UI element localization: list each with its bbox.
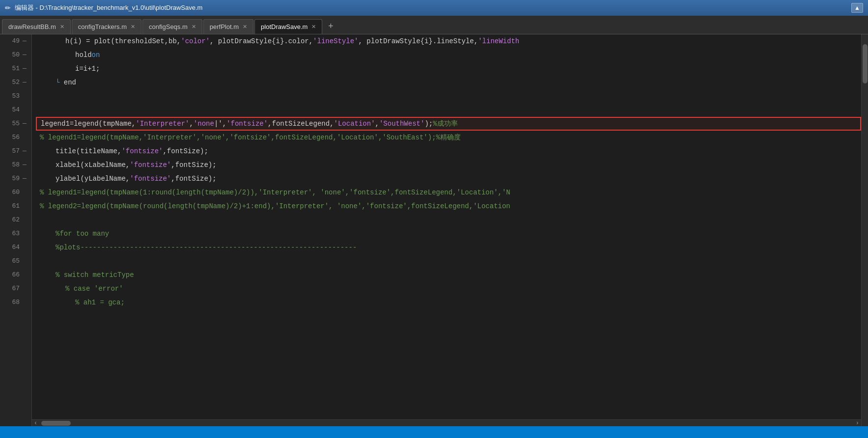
code-line-59: ylabel(yLabelName,'fontsize',fontSize);: [36, 172, 861, 186]
code-line-52: └ end: [36, 76, 861, 89]
line-row-67: 67: [4, 282, 28, 296]
horizontal-scrollbar[interactable]: ‹ ›: [32, 419, 861, 426]
code-line-56: % legend1=legend(tmpName,'Interpreter','…: [36, 131, 861, 144]
editor-icon: ✏: [5, 4, 11, 12]
add-tab-button[interactable]: +: [323, 19, 338, 34]
tab-close-configSeqs[interactable]: ✕: [192, 24, 196, 30]
line-row-57: 57 —: [4, 144, 28, 158]
code-line-64: %plots----------------------------------…: [36, 241, 861, 254]
code-line-50: hold on: [36, 48, 861, 62]
tab-close-drawResultBB[interactable]: ✕: [60, 24, 64, 30]
line-row-50: 50 —: [4, 48, 28, 62]
vertical-scrollbar[interactable]: [861, 34, 868, 426]
scroll-left-arrow[interactable]: ‹: [32, 420, 39, 427]
code-line-67: % case 'error': [36, 282, 861, 296]
line-row-51: 51 —: [4, 62, 28, 76]
tab-perfPlot[interactable]: perfPlot.m ✕: [203, 19, 253, 34]
code-line-51: i=i+1;: [36, 62, 861, 76]
code-line-58: xlabel(xLabelName,'fontsize',fontSize);: [36, 158, 861, 172]
code-line-61: % legend2=legend(tmpName(round(length(tm…: [36, 199, 861, 213]
code-content[interactable]: h(i) = plot(thresholdSet,bb,'color', plo…: [32, 34, 861, 426]
tab-bar: drawResultBB.m ✕ configTrackers.m ✕ conf…: [0, 16, 868, 34]
line-row-54: 54: [4, 103, 28, 117]
scroll-right-arrow[interactable]: ›: [854, 420, 861, 427]
line-row-60: 60: [4, 186, 28, 199]
title-bar: ✏ 编辑器 - D:\Tracking\tracker_benchmark_v1…: [0, 0, 868, 16]
line-row-58: 58 —: [4, 158, 28, 172]
line-row-66: 66: [4, 268, 28, 282]
line-row-55: 55 —: [4, 117, 28, 131]
line-row-56: 56: [4, 131, 28, 144]
h-scrollbar-thumb[interactable]: [41, 421, 71, 426]
line-row-61: 61: [4, 199, 28, 213]
line-row-68: 68: [4, 296, 28, 309]
editor: 49 — 50 — 51 — 52 — 53 54 55 —: [0, 34, 868, 426]
tab-close-perfPlot[interactable]: ✕: [243, 24, 247, 30]
line-row-53: 53: [4, 89, 28, 103]
status-bar: [0, 426, 868, 438]
code-line-60: % legend1=legend(tmpName(1:round(length(…: [36, 186, 861, 199]
line-row-62: 62: [4, 213, 28, 227]
code-line-63: %for too many: [36, 227, 861, 241]
scrollbar-thumb[interactable]: [863, 44, 868, 83]
tab-drawResultBB[interactable]: drawResultBB.m ✕: [2, 19, 71, 34]
line-row-52: 52 —: [4, 76, 28, 89]
line-row-65: 65: [4, 254, 28, 268]
line-row-63: 63: [4, 227, 28, 241]
line-numbers-gutter: 49 — 50 — 51 — 52 — 53 54 55 —: [0, 34, 32, 426]
code-line-49: h(i) = plot(thresholdSet,bb,'color', plo…: [36, 34, 861, 48]
title-text: 编辑器 - D:\Tracking\tracker_benchmark_v1.0…: [15, 3, 202, 12]
code-line-66: % switch metricType: [36, 268, 861, 282]
code-line-57: title(titleName,'fontsize',fontSize);: [36, 144, 861, 158]
tab-close-plotDrawSave[interactable]: ✕: [311, 24, 316, 30]
line-row-59: 59 —: [4, 172, 28, 186]
code-line-68: % ah1 = gca;: [36, 296, 861, 309]
code-line-62: [36, 213, 861, 227]
tab-configTrackers[interactable]: configTrackers.m ✕: [72, 19, 141, 34]
code-line-65: [36, 254, 861, 268]
line-row-49: 49 —: [4, 34, 28, 48]
title-bar-controls: ▲: [851, 3, 863, 13]
code-line-55: legend1=legend(tmpName,'Interpreter', 'n…: [36, 117, 861, 131]
line-row-64: 64: [4, 241, 28, 254]
tab-close-configTrackers[interactable]: ✕: [131, 24, 135, 30]
tab-plotDrawSave[interactable]: plotDrawSave.m ✕: [254, 19, 322, 34]
tab-configSeqs[interactable]: configSeqs.m ✕: [142, 19, 202, 34]
code-line-54: [36, 103, 861, 117]
code-line-53: [36, 89, 861, 103]
window-control[interactable]: ▲: [851, 3, 863, 13]
